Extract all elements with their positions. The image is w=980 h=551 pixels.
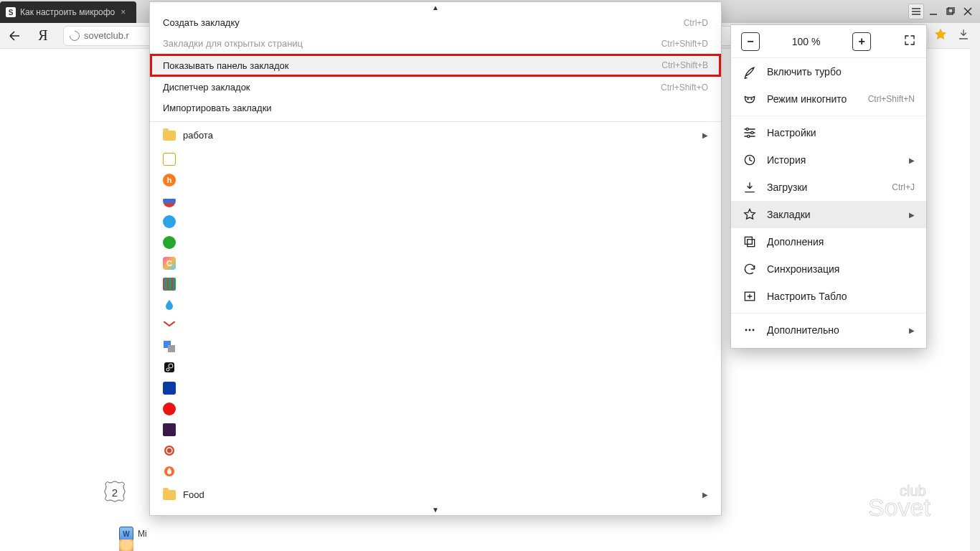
menu-item-incognito[interactable]: Режим инкогнито Ctrl+Shift+N [731,85,926,113]
bookmark-item[interactable] [150,149,721,169]
menu-item-import-bookmarks[interactable]: Импортировать закладки [150,98,721,118]
svg-point-7 [164,446,174,456]
bookmark-item[interactable] [150,377,721,398]
bookmark-item[interactable]: C [150,253,721,273]
separator [731,116,926,116]
favicon [163,194,176,207]
scrollbar-track[interactable] [970,23,980,551]
favicon [163,444,176,457]
zoom-value: 100 % [792,36,821,47]
chevron-right-icon: ▶ [702,491,708,499]
svg-point-10 [747,98,749,100]
maximize-button[interactable] [943,4,958,19]
scroll-up-arrow-icon[interactable]: ▲ [432,4,439,11]
browser-tab[interactable]: S Как настроить микрофо × [0,1,136,23]
url-text: sovetclub.r [84,30,129,41]
paint-icon [119,540,133,551]
taskbar-item-word[interactable]: W Mi [119,527,147,541]
favicon [163,423,176,436]
bookmarks-submenu: ▲ Создать закладку Ctrl+D Закладки для о… [149,1,722,516]
bookmark-item[interactable] [150,336,721,357]
step-badge: 2 [103,481,126,504]
taskbar-item-paint[interactable] [119,540,133,551]
bookmark-item[interactable] [150,398,721,419]
fullscreen-button[interactable] [903,34,916,50]
shortcut: Ctrl+D [684,18,708,28]
label: Загрузки [767,182,807,193]
menu-item-customize-tablo[interactable]: Настроить Табло [731,283,926,310]
dots-icon [743,323,757,337]
bookmark-item[interactable]: h [150,169,721,190]
bookmark-item[interactable] [150,273,721,294]
star-icon [743,207,757,222]
menu-item-settings[interactable]: Настройки [731,119,926,146]
label: Настроить Табло [767,291,847,302]
back-button[interactable] [0,23,29,49]
main-menu: − 100 % + Включить турбо Режим инкогнито… [730,24,927,349]
bookmark-item[interactable] [150,419,721,440]
sync-icon [743,262,757,276]
favicon [163,465,176,478]
close-window-button[interactable] [960,4,976,19]
menu-item-history[interactable]: История ▶ [731,146,926,174]
menu-item-create-bookmark[interactable]: Создать закладку Ctrl+D [150,12,721,33]
menu-item-show-bookmarks-bar[interactable]: Показывать панель закладок Ctrl+Shift+B [150,54,721,77]
zoom-in-button[interactable]: + [852,32,871,51]
bookmark-item[interactable] [150,211,721,232]
hamburger-menu-button[interactable] [908,4,924,19]
bookmark-item[interactable] [150,315,721,336]
bookmark-folder-food[interactable]: Food ▶ [150,484,721,505]
downloads-icon[interactable] [957,28,970,44]
bookmark-item[interactable] [150,357,721,377]
download-icon [743,180,757,194]
shortcut: Ctrl+Shift+B [661,60,708,70]
menu-item-turbo[interactable]: Включить турбо [731,58,926,85]
bookmark-item[interactable] [150,190,721,211]
menu-item-sync[interactable]: Синхронизация [731,255,926,283]
menu-item-bookmark-manager[interactable]: Диспетчер закладок Ctrl+Shift+O [150,77,721,98]
label: Закладки [767,209,811,220]
svg-rect-1 [948,7,954,13]
label: работа [183,130,213,141]
bookmark-folder-rabota[interactable]: работа ▶ [150,125,721,146]
close-tab-icon[interactable]: × [121,7,126,17]
chevron-right-icon: ▶ [702,131,708,139]
yandex-logo[interactable]: Я [29,23,57,49]
svg-point-13 [751,131,753,133]
svg-point-14 [748,135,750,137]
bookmark-item[interactable] [150,232,721,253]
label: Включить турбо [767,66,842,77]
menu-item-bookmarks[interactable]: Закладки ▶ [731,201,926,228]
label: Настройки [767,127,816,138]
label: Дополнения [767,236,824,248]
label: Создать закладку [163,17,240,28]
shortcut: Ctrl+Shift+O [661,83,708,93]
favicon [163,402,176,415]
favicon [163,361,176,374]
menu-item-downloads[interactable]: Загрузки Ctrl+J [731,174,926,201]
minimize-button[interactable] [925,4,941,19]
svg-rect-3 [168,345,175,352]
bookmark-item[interactable] [150,294,721,315]
menu-item-more[interactable]: Дополнительно ▶ [731,316,926,344]
bookmark-item[interactable] [150,440,721,461]
label: Закладки для открытых страниц [163,38,303,49]
svg-rect-16 [745,237,752,244]
favicon [163,278,176,291]
zoom-row: − 100 % + [731,25,926,58]
separator [731,313,926,314]
reload-icon[interactable] [67,29,82,43]
label: Дополнительно [767,324,839,336]
chevron-right-icon: ▶ [909,326,915,334]
step-number: 2 [112,486,118,499]
bookmark-item[interactable] [150,461,721,481]
favicon [163,319,176,332]
zoom-out-button[interactable]: − [741,32,760,51]
tab-favicon: S [6,7,16,17]
menu-item-addons[interactable]: Дополнения [731,228,926,255]
tab-title: Как настроить микрофо [20,7,115,17]
label: Синхронизация [767,263,839,275]
scroll-down-arrow-icon[interactable]: ▼ [432,506,439,514]
bookmark-star-icon[interactable] [934,28,947,44]
separator [150,121,721,122]
